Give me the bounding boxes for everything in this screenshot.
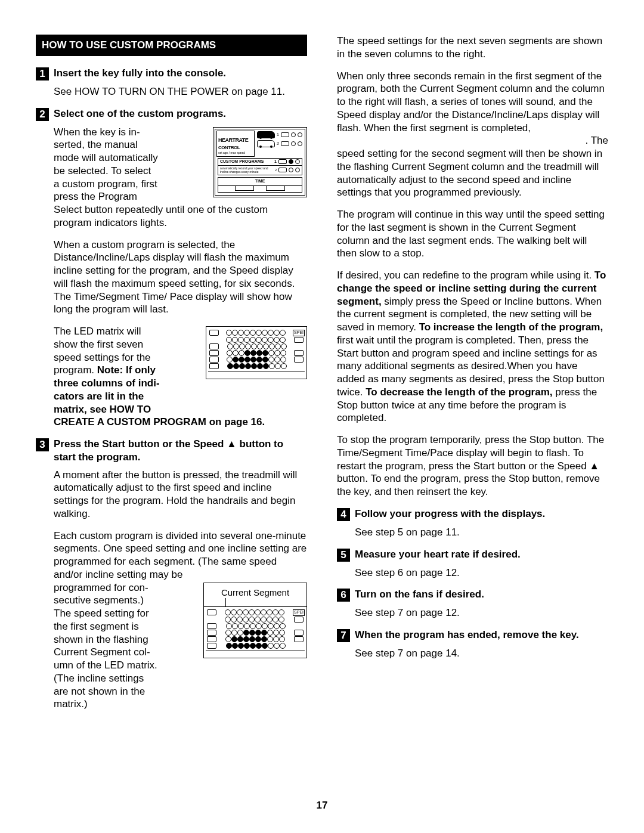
- step-2-para-1b: Select button repeatedly until one of th…: [54, 203, 307, 230]
- step-1-text: See HOW TO TURN ON THE POWER on page 11.: [54, 85, 307, 98]
- led-matrix-figure: SPEI: [206, 326, 307, 379]
- step-1: 1 Insert the key fully into the console.…: [36, 67, 307, 98]
- right-p3: speed setting for the second segment wil…: [337, 147, 608, 199]
- step-3: 3 Press the Start button or the Speed ▲ …: [36, 438, 307, 711]
- fig-custom-programs-label: CUSTOM PROGRAMS: [220, 159, 264, 165]
- fig-heart-label: HEART: [218, 137, 236, 143]
- step-7: 7 When the program has ended, remove the…: [337, 628, 608, 660]
- step-2-para-2: When a custom program is selected, the D…: [54, 239, 307, 317]
- manual-page: HOW TO USE CUSTOM PROGRAMS 1 Insert the …: [0, 0, 644, 833]
- right-p1: The speed settings for the next seven se…: [337, 35, 608, 61]
- step-number-1: 1: [36, 67, 49, 80]
- step-6-title: Turn on the fans if desired.: [355, 588, 484, 601]
- right-p2: When only three seconds remain in the fi…: [337, 70, 608, 148]
- right-column: The speed settings for the next seven se…: [337, 35, 608, 720]
- current-segment-figure: Current Segment SPEI: [203, 583, 307, 658]
- step-2-title: Select one of the custom programs.: [54, 107, 226, 120]
- page-number: 17: [0, 799, 644, 812]
- console-panel-figure: HEARTRATE CONTROL set age / max speed 1: [213, 127, 307, 197]
- step-number-5: 5: [337, 549, 350, 562]
- step-1-title: Insert the key fully into the console.: [54, 67, 226, 80]
- current-segment-label: Current Segment: [204, 583, 306, 598]
- right-p6: To stop the program temporarily, press t…: [337, 433, 608, 498]
- step-number-3: 3: [36, 438, 49, 451]
- step-5-title: Measure your heart rate if desired.: [355, 548, 521, 561]
- step-7-title: When the program has ended, remove the k…: [355, 628, 579, 642]
- step-number-2: 2: [36, 108, 49, 121]
- step-2-note-tail: CREATE A CUSTOM PROGRAM on page 16.: [54, 416, 307, 429]
- step-4: 4 Follow your progress with the displays…: [337, 507, 608, 539]
- car-icon: [257, 131, 275, 138]
- step-4-title: Follow your progress with the displays.: [355, 507, 545, 521]
- step-5: 5 Measure your heart rate if desired. Se…: [337, 548, 608, 580]
- fig-time-label: TIME: [218, 179, 302, 185]
- step-3-title: Press the Start button or the Speed ▲ bu…: [54, 438, 307, 464]
- step-3-para-1: A moment after the button is pressed, th…: [54, 469, 307, 521]
- car-icon: [257, 140, 275, 147]
- step-6: 6 Turn on the fans if desired. See step …: [337, 588, 608, 620]
- section-header: HOW TO USE CUSTOM PROGRAMS: [36, 35, 307, 56]
- right-p4: The program will continue in this way un…: [337, 208, 608, 260]
- step-number-4: 4: [337, 508, 350, 521]
- fig-control-label: CONTROL: [218, 145, 253, 151]
- left-column: HOW TO USE CUSTOM PROGRAMS 1 Insert the …: [36, 35, 307, 720]
- step-2: 2 Select one of the custom programs. HEA…: [36, 107, 307, 429]
- step-number-6: 6: [337, 589, 350, 602]
- step-number-7: 7: [337, 629, 350, 642]
- right-p5: If desired, you can redefine to the prog…: [337, 269, 608, 425]
- step-3-para-2a: Each custom program is divided into seve…: [54, 529, 307, 581]
